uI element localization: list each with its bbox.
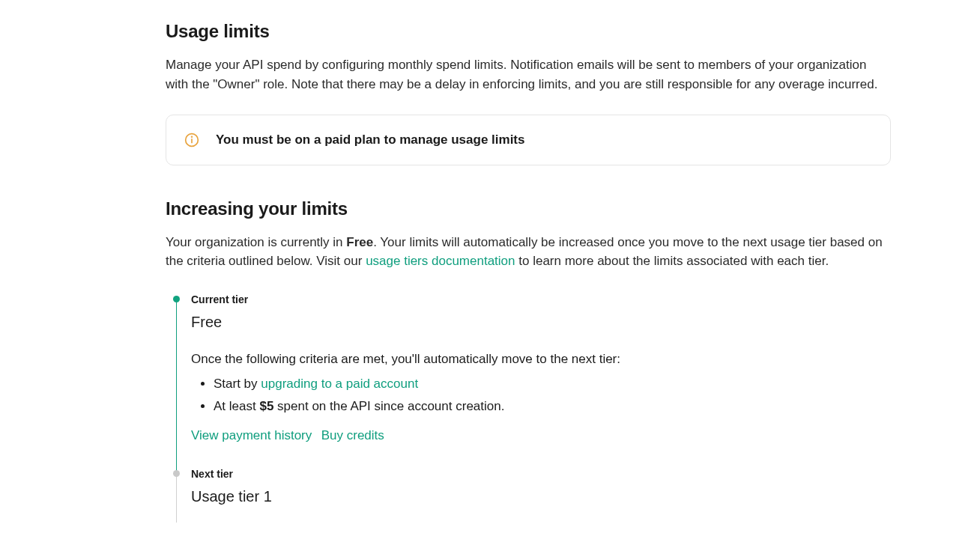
increasing-limits-description: Your organization is currently in Free. … bbox=[166, 233, 891, 271]
usage-tiers-doc-link[interactable]: usage tiers documentation bbox=[366, 254, 515, 268]
criteria-intro: Once the following criteria are met, you… bbox=[191, 350, 891, 369]
usage-limits-heading: Usage limits bbox=[166, 18, 891, 45]
paid-plan-alert: You must be on a paid plan to manage usa… bbox=[166, 115, 891, 165]
upgrade-account-link[interactable]: upgrading to a paid account bbox=[261, 377, 418, 391]
usage-limits-page: Usage limits Manage your API spend by co… bbox=[89, 0, 891, 542]
next-tier-name: Usage tier 1 bbox=[191, 485, 891, 508]
current-tier-dot bbox=[173, 296, 180, 302]
svg-point-2 bbox=[192, 136, 193, 137]
criteria-item-spend: At least $5 spent on the API since accou… bbox=[214, 395, 891, 418]
criteria-list: Start by upgrading to a paid account At … bbox=[191, 373, 891, 417]
criteria-item-upgrade: Start by upgrading to a paid account bbox=[214, 373, 891, 395]
current-tier-item: Current tier Free Once the following cri… bbox=[176, 292, 891, 466]
next-tier-dot bbox=[173, 470, 180, 477]
next-tier-label: Next tier bbox=[191, 466, 891, 482]
usage-limits-description: Manage your API spend by configuring mon… bbox=[166, 55, 891, 94]
current-tier-name: Free bbox=[191, 311, 891, 333]
criteria2-suffix: spent on the API since account creation. bbox=[273, 399, 504, 413]
tier-action-links: View payment history Buy credits bbox=[191, 426, 891, 445]
next-tier-item: Next tier Usage tier 1 bbox=[176, 466, 891, 515]
buy-credits-link[interactable]: Buy credits bbox=[321, 428, 384, 442]
criteria1-prefix: Start by bbox=[214, 377, 261, 391]
view-payment-history-link[interactable]: View payment history bbox=[191, 428, 312, 442]
alert-text: You must be on a paid plan to manage usa… bbox=[216, 130, 524, 150]
current-tier-label: Current tier bbox=[191, 292, 891, 308]
info-icon bbox=[184, 133, 199, 147]
tier-timeline: Current tier Free Once the following cri… bbox=[176, 292, 891, 515]
increasing-limits-heading: Increasing your limits bbox=[166, 195, 891, 222]
current-tier-inline: Free bbox=[346, 235, 373, 249]
criteria2-prefix: At least bbox=[214, 399, 259, 413]
desc-prefix: Your organization is currently in bbox=[166, 235, 346, 249]
desc-suffix: to learn more about the limits associate… bbox=[515, 254, 829, 268]
criteria2-amount: $5 bbox=[259, 399, 273, 413]
